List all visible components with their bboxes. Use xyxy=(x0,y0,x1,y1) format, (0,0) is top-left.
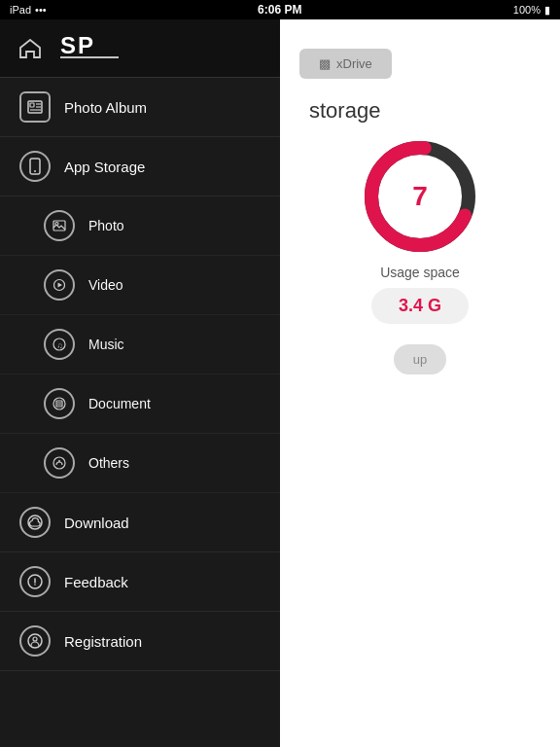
sidebar-item-download[interactable]: Download xyxy=(0,493,280,552)
ipad-label: iPad xyxy=(10,4,31,16)
status-left: iPad ••• xyxy=(10,4,47,16)
status-bar: iPad ••• 6:06 PM 100% ▮ xyxy=(0,0,560,19)
donut-value: 7 xyxy=(412,181,428,212)
usage-value: 3.4 G xyxy=(371,288,469,324)
sidebar-item-others[interactable]: Others xyxy=(0,434,280,493)
registration-icon xyxy=(19,625,51,657)
svg-point-22 xyxy=(58,460,60,462)
home-button[interactable] xyxy=(15,33,46,64)
svg-rect-18 xyxy=(56,401,62,407)
status-right: 100% ▮ xyxy=(513,4,550,17)
svg-point-26 xyxy=(34,584,36,586)
sidebar-item-photo-album[interactable]: Photo Album xyxy=(0,78,280,137)
backup-button[interactable]: up xyxy=(394,344,446,374)
video-icon xyxy=(44,269,75,301)
donut-chart: 7 xyxy=(362,138,478,255)
photo-icon xyxy=(44,210,75,241)
xdrive-label: xDrive xyxy=(336,56,372,71)
feedback-icon xyxy=(19,566,51,597)
sidebar-item-video[interactable]: Video xyxy=(0,256,280,315)
svg-point-10 xyxy=(34,170,36,172)
sidebar-item-registration[interactable]: Registration xyxy=(0,612,280,671)
music-label: Music xyxy=(88,337,124,352)
xdrive-button[interactable]: ▩ xDrive xyxy=(299,49,392,79)
usage-label: Usage space xyxy=(299,265,541,280)
registration-label: Registration xyxy=(64,633,142,650)
document-label: Document xyxy=(88,396,151,411)
battery-label: 100% xyxy=(513,4,541,16)
svg-point-17 xyxy=(53,398,65,409)
battery-icon: ▮ xyxy=(544,4,550,17)
svg-point-28 xyxy=(33,637,37,641)
others-label: Others xyxy=(88,455,129,471)
others-icon xyxy=(44,447,75,479)
sp-logo: SP xyxy=(60,32,119,65)
svg-marker-14 xyxy=(58,283,63,288)
svg-text:♫: ♫ xyxy=(57,341,63,350)
download-label: Download xyxy=(64,515,129,531)
storage-title: storage xyxy=(309,98,541,124)
photo-label: Photo xyxy=(88,218,124,233)
sidebar-item-music[interactable]: ♫ Music xyxy=(0,315,280,374)
document-icon xyxy=(44,388,75,419)
wifi-icon: ••• xyxy=(35,4,47,16)
sidebar-item-photo[interactable]: Photo xyxy=(0,196,280,256)
photo-album-icon xyxy=(19,91,51,123)
sidebar-header: SP xyxy=(0,19,280,78)
feedback-label: Feedback xyxy=(64,574,128,590)
status-time: 6:06 PM xyxy=(258,3,301,17)
photo-album-label: Photo Album xyxy=(64,99,147,116)
sidebar-item-app-storage[interactable]: App Storage xyxy=(0,137,280,196)
svg-point-21 xyxy=(53,457,65,469)
sidebar: SP Photo Album App Storage xyxy=(0,19,280,747)
download-icon xyxy=(19,507,51,538)
sidebar-item-feedback[interactable]: Feedback xyxy=(0,552,280,612)
app-storage-icon xyxy=(19,151,51,182)
sidebar-item-document[interactable]: Document xyxy=(0,374,280,434)
xdrive-icon: ▩ xyxy=(319,56,331,71)
svg-text:SP: SP xyxy=(60,32,95,58)
svg-rect-5 xyxy=(30,103,34,107)
main-content: ▩ xDrive storage 7 Usage space 3.4 G up xyxy=(280,19,560,747)
video-label: Video xyxy=(88,277,123,293)
music-icon: ♫ xyxy=(44,329,75,360)
app-storage-label: App Storage xyxy=(64,159,145,175)
